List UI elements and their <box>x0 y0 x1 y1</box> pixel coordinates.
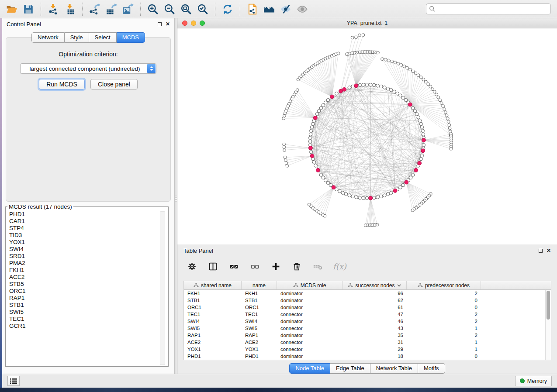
select-all-icon <box>229 262 239 271</box>
table-row[interactable]: ACE2ACE2connector311 <box>184 339 551 346</box>
tab-mcds[interactable]: MCDS <box>117 32 145 43</box>
table-row[interactable]: SWI4SWI4dominator462 <box>184 318 551 325</box>
tab-node-table[interactable]: Node Table <box>289 363 330 374</box>
zoom-in-button[interactable] <box>145 2 160 17</box>
import-network-button[interactable] <box>46 2 61 17</box>
export-network-button[interactable] <box>87 2 102 17</box>
table-row[interactable]: ORC1ORC1dominator610 <box>184 304 551 311</box>
function-builder-button: f(x) <box>333 262 346 271</box>
mcds-result-item[interactable]: TEC1 <box>9 316 158 323</box>
cell-predecessor-nodes: 1 <box>407 325 481 332</box>
cell-shared-name: ORC1 <box>184 304 242 311</box>
column-header-name[interactable]: name <box>242 281 277 289</box>
table-row[interactable]: STB1STB1dominator620 <box>184 297 551 304</box>
mcds-result-item[interactable]: STB5 <box>9 281 158 288</box>
open-session-button[interactable] <box>4 2 19 17</box>
mcds-result-item[interactable]: CAR1 <box>9 218 158 225</box>
tab-network-table[interactable]: Network Table <box>370 363 418 374</box>
zoom-fit-button[interactable] <box>179 2 194 17</box>
mcds-result-item[interactable]: ORC1 <box>9 288 158 295</box>
cell-predecessor-nodes: 0 <box>407 297 481 304</box>
show-columns-button[interactable] <box>207 260 219 273</box>
table-row[interactable]: FKH1FKH1dominator962 <box>184 290 551 297</box>
mcds-result-item[interactable]: SWI4 <box>9 246 158 253</box>
mcds-result-item[interactable]: PHD1 <box>9 211 158 218</box>
cell-predecessor-nodes: 2 <box>407 332 481 339</box>
toolbar-separator <box>140 3 141 16</box>
panel-chooser-button[interactable] <box>7 376 20 386</box>
share-document-button[interactable] <box>245 2 260 17</box>
table-settings-button[interactable] <box>186 260 198 273</box>
float-panel-icon[interactable] <box>158 22 162 26</box>
import-table-button[interactable] <box>62 2 77 17</box>
column-header-successor-nodes[interactable]: successor nodes <box>343 281 407 289</box>
search-icon <box>429 6 436 12</box>
mcds-result-item[interactable]: ACE2 <box>9 274 158 281</box>
control-panel-titlebar: Control Panel ✕ <box>2 18 174 30</box>
column-header-predecessor-nodes[interactable]: predecessor nodes <box>407 281 481 289</box>
table-row[interactable]: TEC1TEC1connector472 <box>184 311 551 318</box>
close-panel-icon[interactable]: ✕ <box>547 248 551 253</box>
add-column-button[interactable] <box>270 260 282 273</box>
cell-name: ACE2 <box>242 339 277 346</box>
table-row[interactable]: SWI5SWI5connector431 <box>184 325 551 332</box>
float-panel-icon[interactable] <box>539 249 543 253</box>
save-session-button[interactable] <box>21 2 36 17</box>
export-network-icon <box>89 3 100 15</box>
run-mcds-button[interactable]: Run MCDS <box>39 79 85 89</box>
mcds-result-item[interactable]: FKH1 <box>9 267 158 274</box>
mcds-result-item[interactable]: SRD1 <box>9 253 158 260</box>
table-panel-titlebar: Table Panel ✕ <box>177 244 557 257</box>
criterion-select[interactable]: largest connected component (undirected) <box>20 63 156 74</box>
window-minimize-icon[interactable] <box>191 21 196 26</box>
cell-name: FKH1 <box>242 290 277 297</box>
criterion-selected-value: largest connected component (undirected) <box>21 65 147 72</box>
zoom-out-button[interactable] <box>162 2 177 17</box>
refresh-button[interactable] <box>220 2 235 17</box>
tab-edge-table[interactable]: Edge Table <box>330 363 370 374</box>
column-header-MCDS-role[interactable]: MCDS role <box>277 281 343 289</box>
home-button[interactable] <box>262 2 277 17</box>
close-panel-icon[interactable]: ✕ <box>166 22 170 26</box>
tab-network[interactable]: Network <box>31 32 65 43</box>
column-header-shared-name[interactable]: shared name <box>184 281 242 289</box>
mcds-result-item[interactable]: STB1 <box>9 302 158 309</box>
search-input[interactable] <box>438 6 548 12</box>
mcds-result-item[interactable]: PMA2 <box>9 260 158 267</box>
splitter-grip[interactable] <box>175 196 177 202</box>
mcds-result-item[interactable]: GCR1 <box>9 323 158 330</box>
zoom-selected-button[interactable] <box>195 2 210 17</box>
mcds-result-box: MCDS result (17 nodes) PHD1CAR1STP4TID3Y… <box>5 203 169 367</box>
close-panel-button[interactable]: Close panel <box>90 79 138 89</box>
tab-style[interactable]: Style <box>65 32 89 43</box>
show-all-button[interactable] <box>295 2 310 17</box>
deselect-all-button[interactable] <box>249 260 261 273</box>
column-label: name <box>253 282 266 289</box>
mcds-result-item[interactable]: TID3 <box>9 232 158 239</box>
table-row[interactable]: PHD1PHD1dominator180 <box>184 353 551 360</box>
memory-button[interactable]: Memory <box>515 376 552 386</box>
table-row[interactable]: YOX1YOX1connector291 <box>184 346 551 353</box>
delete-column-button[interactable] <box>291 260 303 273</box>
table-panel: Table Panel ✕ f(x) shared namenameMCDS r… <box>177 244 557 374</box>
table-scrollbar-thumb[interactable] <box>547 291 550 320</box>
mcds-result-item[interactable]: SWI5 <box>9 309 158 316</box>
mcds-result-item[interactable]: RAP1 <box>9 295 158 302</box>
tab-motifs[interactable]: Motifs <box>418 363 445 374</box>
window-maximize-icon[interactable] <box>200 21 205 26</box>
select-all-button[interactable] <box>228 260 240 273</box>
network-window-titlebar[interactable]: YPA_prune.txt_1 <box>177 18 557 28</box>
cell-successor-nodes: 43 <box>343 325 407 332</box>
network-canvas[interactable] <box>177 28 557 244</box>
result-list-scrollbar[interactable] <box>160 211 165 365</box>
export-image-button[interactable] <box>121 2 135 17</box>
tab-select[interactable]: Select <box>89 32 117 43</box>
hide-selected-button[interactable] <box>278 2 293 17</box>
mcds-result-item[interactable]: STP4 <box>9 225 158 232</box>
mcds-result-item[interactable]: YOX1 <box>9 239 158 246</box>
cell-shared-name: STB1 <box>184 297 242 304</box>
window-close-icon[interactable] <box>182 21 187 26</box>
table-row[interactable]: RAP1RAP1dominator352 <box>184 332 551 339</box>
export-table-button[interactable] <box>104 2 119 17</box>
table-scrollbar[interactable] <box>545 290 551 360</box>
